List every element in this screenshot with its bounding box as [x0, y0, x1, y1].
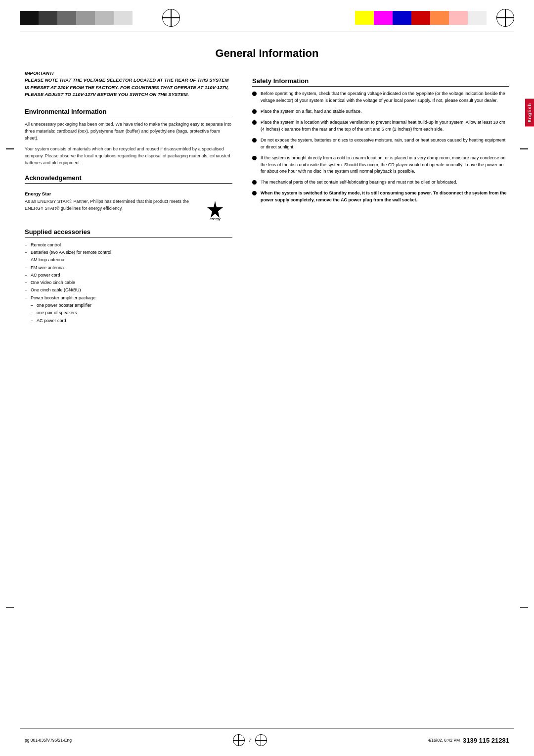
- footer-crosshair: [233, 734, 245, 746]
- accessory-item: FM wire antenna: [25, 264, 232, 272]
- safety-item-bold: When the system is switched to Standby m…: [252, 190, 509, 204]
- accessory-item: Batteries (two AA size) for remote contr…: [25, 249, 232, 256]
- page-container: English General Information IMPORTANT! P…: [0, 0, 534, 756]
- color-block: [95, 11, 114, 25]
- footer-left: pg 001-035/V795/21-Eng: [25, 738, 72, 743]
- environmental-para2: Your system consists of materials which …: [25, 146, 232, 167]
- safety-item: Do not expose the system, batteries or d…: [252, 137, 509, 151]
- important-notice: IMPORTANT! PLEASE NOTE THAT THE VOLTAGE …: [25, 70, 232, 98]
- footer-crosshair-right: [255, 734, 267, 746]
- right-mark-bottom: [520, 607, 528, 608]
- bullet-icon: [252, 180, 257, 185]
- bullet-icon: [252, 138, 257, 142]
- top-bar: [0, 0, 534, 32]
- accessory-item: AM loop antenna: [25, 256, 232, 264]
- accessory-item: One cinch cable (GN/BU): [25, 286, 232, 294]
- accessory-sub-item: one pair of speakers: [25, 309, 232, 317]
- footer-right: 4/16/02, 6:42 PM 3139 115 21281: [428, 737, 509, 744]
- accessory-item: One Video cinch cable: [25, 279, 232, 286]
- bottom-divider: [20, 728, 514, 729]
- accessory-sub-item: one power booster amplifier: [25, 302, 232, 309]
- accessory-item: Power booster amplifier package:: [25, 294, 232, 302]
- footer-doc-ref: pg 001-035/V795/21-Eng: [25, 738, 72, 743]
- footer-page-number: 7: [249, 738, 251, 743]
- page-footer: pg 001-035/V795/21-Eng 7 4/16/02, 6:42 P…: [0, 734, 534, 746]
- color-block-magenta: [374, 11, 393, 25]
- color-block: [39, 11, 57, 25]
- color-block-red: [411, 11, 430, 25]
- footer-date: 4/16/02, 6:42 PM: [428, 738, 460, 743]
- crosshair-left: [162, 9, 180, 27]
- main-content: General Information IMPORTANT! PLEASE NO…: [0, 32, 534, 344]
- supplied-accessories-title: Supplied accessories: [25, 228, 232, 237]
- color-block: [76, 11, 95, 25]
- two-col-layout: IMPORTANT! PLEASE NOTE THAT THE VOLTAGE …: [25, 70, 509, 325]
- acknowledgement-body: Energy Star As an ENERGY STAR® Partner, …: [25, 191, 232, 221]
- environmental-title: Environmental Information: [25, 108, 232, 117]
- energy-star-label: Energy Star: [25, 191, 232, 196]
- color-block: [57, 11, 76, 25]
- safety-list: Before operating the system, check that …: [252, 91, 509, 204]
- bullet-icon: [252, 92, 257, 96]
- accessory-item: Remote control: [25, 241, 232, 249]
- bullet-icon: [252, 191, 257, 195]
- energy-star-row: As an ENERGY STAR® Partner, Philips has …: [25, 198, 232, 221]
- left-mark-bottom: [6, 607, 14, 608]
- safety-item: Place the system on a flat, hard and sta…: [252, 108, 509, 115]
- color-block-pink: [449, 11, 468, 25]
- safety-item: If the system is brought directly from a…: [252, 155, 509, 176]
- color-strip-right: [355, 11, 487, 25]
- crosshair-right: [496, 9, 514, 27]
- color-strip-left: [20, 11, 133, 25]
- environmental-para1: All unnecessary packaging has been omitt…: [25, 121, 232, 142]
- left-column: IMPORTANT! PLEASE NOTE THAT THE VOLTAGE …: [25, 70, 232, 325]
- svg-marker-1: [207, 201, 223, 218]
- bullet-icon: [252, 109, 257, 114]
- color-block-yellow: [355, 11, 374, 25]
- safety-item: The mechanical parts of the set contain …: [252, 179, 509, 186]
- energy-star-text: As an ENERGY STAR® Partner, Philips has …: [25, 198, 193, 212]
- safety-item: Before operating the system, check that …: [252, 91, 509, 104]
- footer-product-code: 3139 115 21281: [463, 737, 509, 744]
- notice-text: PLEASE NOTE THAT THE VOLTAGE SELECTOR LO…: [25, 77, 232, 98]
- color-block-orange: [430, 11, 449, 25]
- bullet-icon: [252, 120, 257, 125]
- color-block-light: [468, 11, 487, 25]
- bullet-icon: [252, 156, 257, 160]
- important-label: IMPORTANT!: [25, 70, 232, 77]
- safety-item: Place the system in a location with adeq…: [252, 119, 509, 133]
- color-block: [20, 11, 39, 25]
- environmental-body: All unnecessary packaging has been omitt…: [25, 121, 232, 167]
- energy-star-logo: energy: [198, 198, 232, 221]
- accessory-sub-item: AC power cord: [25, 317, 232, 325]
- acknowledgement-title: Acknowledgement: [25, 174, 232, 184]
- right-column: Safety Information Before operating the …: [252, 70, 509, 325]
- svg-text:energy: energy: [210, 217, 221, 221]
- footer-center: 7: [233, 734, 267, 746]
- accessories-list: Remote control Batteries (two AA size) f…: [25, 241, 232, 325]
- color-block-blue: [393, 11, 411, 25]
- accessory-item: AC power cord: [25, 272, 232, 279]
- color-block: [114, 11, 133, 25]
- page-title: General Information: [25, 47, 509, 60]
- safety-title: Safety Information: [252, 77, 509, 87]
